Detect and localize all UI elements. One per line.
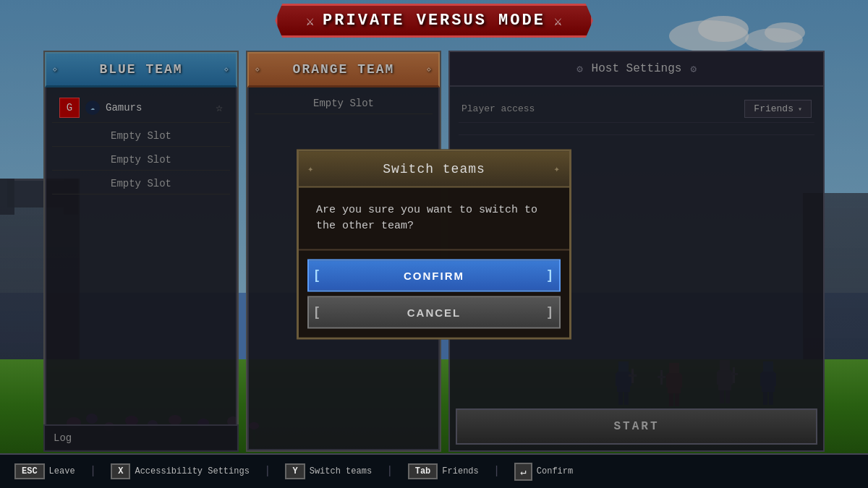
title-banner: ⚔ PRIVATE VERSUS MODE ⚔ — [275, 4, 593, 38]
esc-group: ESC Leave — [14, 463, 75, 479]
enter-key: ↵ — [514, 463, 532, 481]
sword-left-icon: ⚔ — [306, 13, 314, 29]
modal-header: ✦ Switch teams ✦ — [299, 151, 569, 187]
modal-title: Switch teams — [383, 161, 485, 176]
modal-icon-left: ✦ — [307, 163, 314, 175]
esc-key: ESC — [14, 463, 45, 479]
sword-right-icon: ⚔ — [554, 13, 562, 29]
modal-message: Are you sure you want to switch to the o… — [316, 202, 552, 234]
y-key: Y — [285, 463, 305, 479]
switch-teams-modal: ✦ Switch teams ✦ Are you sure you want t… — [297, 149, 571, 339]
y-group: Y Switch teams — [285, 463, 372, 479]
esc-label: Leave — [49, 466, 75, 476]
y-label: Switch teams — [310, 466, 372, 476]
cancel-button-label: CANCEL — [407, 306, 461, 318]
enter-group: ↵ Confirm — [514, 463, 573, 481]
modal-icon-right: ✦ — [554, 163, 561, 175]
confirm-button-label: CONFIRM — [404, 269, 464, 281]
tab-group: Tab Friends — [408, 463, 479, 479]
x-label: Accessibility Settings — [135, 466, 249, 476]
sep1: | — [90, 465, 97, 478]
enter-label: Confirm — [537, 466, 573, 476]
modal-footer: CONFIRM CANCEL — [299, 249, 569, 337]
sep3: | — [386, 465, 393, 478]
page-title: PRIVATE VERSUS MODE — [323, 12, 545, 30]
tab-label: Friends — [442, 466, 478, 476]
tab-key: Tab — [408, 463, 438, 479]
sep2: | — [264, 465, 271, 478]
confirm-button[interactable]: CONFIRM — [307, 259, 561, 291]
x-group: X Accessibility Settings — [111, 463, 250, 479]
bottom-bar: ESC Leave | X Accessibility Settings | Y… — [0, 453, 868, 488]
sep4: | — [493, 465, 501, 478]
modal-body: Are you sure you want to switch to the o… — [299, 187, 569, 249]
cancel-button[interactable]: CANCEL — [307, 296, 561, 328]
x-key: X — [111, 463, 130, 479]
